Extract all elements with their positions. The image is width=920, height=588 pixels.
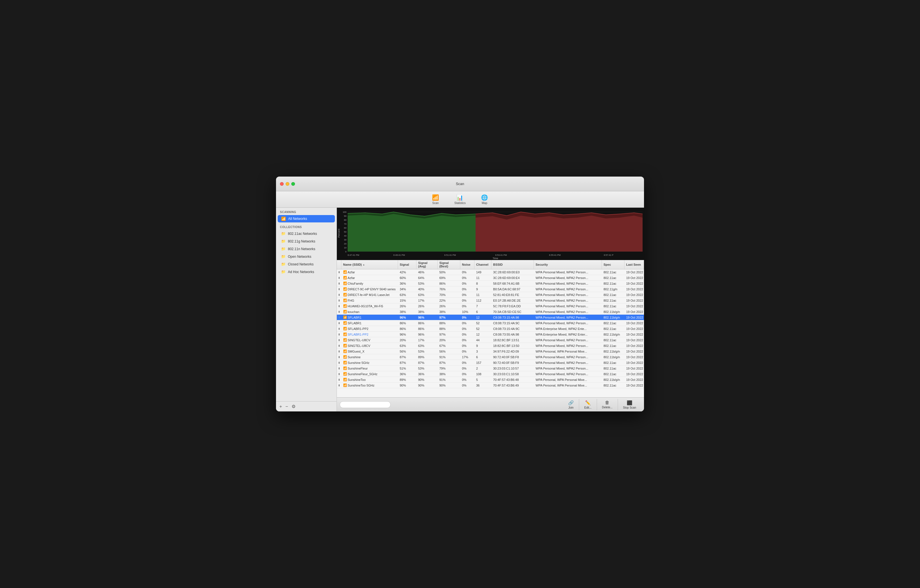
close-button[interactable] [280, 182, 283, 186]
channel-cell: 9 [475, 343, 491, 348]
join-icon: 🔗 [568, 400, 574, 405]
dot-cell [337, 320, 342, 326]
maximize-button[interactable] [291, 182, 295, 186]
join-button[interactable]: 🔗 Join [563, 399, 579, 410]
signal-cell: 87% [398, 360, 416, 365]
table-row[interactable]: 📶kouchan38%38%38%10%670:3A:CB:5D:CE:5CWP… [337, 309, 644, 315]
col-channel[interactable]: Channel [475, 260, 491, 269]
signal-cell: 51% [398, 365, 416, 371]
sidebar-item-802ac[interactable]: 📁 802.11ac Networks [278, 230, 335, 237]
table-row[interactable]: 📶SFLABR186%86%88%0%52C8:08:73:15:4A:9CWP… [337, 320, 644, 326]
signal_avg-cell: 63% [416, 292, 437, 297]
security-cell: WPA Personal, WPA Personal Mixe... [534, 349, 602, 354]
collections-section-label: COLLECTIONS [276, 223, 337, 230]
table-row[interactable]: 📶Sunshine 5GHz87%87%87%0%15790:72:40:0F:… [337, 360, 644, 365]
sidebar-item-802n[interactable]: 📁 802.11n Networks [278, 246, 335, 252]
sort-icon: ▲ [363, 263, 365, 266]
col-noise[interactable]: Noise [460, 260, 475, 269]
table-body: 📶Azfar42%46%50%0%1493C:28:6D:69:00:E0WPA… [337, 270, 644, 388]
table-row[interactable]: 📶SFLABR1-PP286%86%88%0%52C8:08:73:15:4A:… [337, 326, 644, 332]
table-row[interactable]: 📶SINGTEL-U8CV20%17%20%0%4418:82:8C:BF:13… [337, 337, 644, 343]
noise-cell: 0% [460, 275, 475, 280]
noise-cell: 0% [460, 371, 475, 376]
dot-cell [337, 326, 342, 331]
col-signal[interactable]: Signal [398, 260, 416, 269]
table-row[interactable]: 📶SFLABR196%96%97%0%12C8:08:73:15:4A:98WP… [337, 315, 644, 320]
toolbar-map[interactable]: 🌐 Map [478, 193, 491, 206]
signal_avg-cell: 86% [416, 320, 437, 326]
settings-button[interactable]: ⚙ [292, 404, 296, 409]
table-row[interactable]: 📶DIRECT-9C-HP ENVY 5640 series34%40%76%0… [337, 286, 644, 292]
delete-sidebar-button[interactable]: − [285, 404, 288, 409]
scanning-section-label: SCANNING [276, 208, 337, 215]
minimize-button[interactable] [286, 182, 289, 186]
signal_best-cell: 70% [437, 292, 460, 297]
signal_avg-cell: 17% [416, 337, 437, 342]
bssid-cell: C8:08:73:55:4A:98 [491, 332, 534, 337]
add-button[interactable]: + [279, 404, 282, 409]
sidebar-item-802g[interactable]: 📁 802.11g Networks [278, 238, 335, 245]
svg-text:6:49:41 PM: 6:49:41 PM [394, 254, 405, 256]
col-last-seen[interactable]: Last Seen [624, 260, 644, 269]
spec-cell: 802.11ac [602, 298, 624, 303]
sidebar-item-open-networks[interactable]: 📁 Open Networks [278, 253, 335, 260]
channel-cell: 44 [475, 337, 491, 342]
col-bssid[interactable]: BSSID [491, 260, 534, 269]
table-row[interactable]: 📶ChiuFamily36%53%86%0%858:EF:68:74:A1:6B… [337, 281, 644, 286]
name-cell: 📶SFLABR1 [342, 315, 398, 320]
toolbar-statistics[interactable]: 📊 Statistics [451, 193, 469, 206]
table-row[interactable]: 📶Azfar60%64%69%0%113C:28:6D:69:00:E4WPA … [337, 275, 644, 281]
table-row[interactable]: 📶HUAWEI-0G10TA_Wi-Fi526%26%26%0%75C:78:F… [337, 303, 644, 309]
sidebar-item-closed-networks[interactable]: 📁 Closed Networks [278, 261, 335, 268]
spec-cell: 802.11b/g/n [602, 315, 624, 320]
status-dot [339, 288, 340, 290]
dot-cell [337, 303, 342, 309]
table-row[interactable]: 📶Azfar42%46%50%0%1493C:28:6D:69:00:E0WPA… [337, 270, 644, 275]
col-name[interactable]: Name (SSID) ▲ [342, 260, 398, 269]
table-row[interactable]: 📶SunshineToo 5GHz90%90%90%0%3670:4F:57:4… [337, 383, 644, 388]
col-security[interactable]: Security [534, 260, 602, 269]
wifi-signal-icon: 📶 [343, 293, 347, 297]
col-signal-best[interactable]: Signal (Best) [437, 260, 460, 269]
last_seen-cell: 19 Oct 2022 at 6:57:41 PM [624, 377, 644, 382]
table-row[interactable]: 📶FHG15%17%22%0%112E0:1F:2B:A8:DE:2EWPA P… [337, 298, 644, 303]
signal-cell: 86% [398, 326, 416, 331]
search-input[interactable] [340, 401, 390, 408]
all-networks-label: All Networks [288, 217, 307, 221]
edit-button[interactable]: ✏️ Edit... [579, 399, 597, 410]
table-row[interactable]: 📶Sunshine87%89%91%17%690:72:40:0F:5B:F8W… [337, 354, 644, 360]
signal_best-cell: 86% [437, 281, 460, 286]
delete-button[interactable]: 🗑 Delete... [597, 399, 618, 410]
signal_avg-cell: 86% [416, 326, 437, 331]
table-row[interactable]: 📶SunshineToo89%90%91%0%570:4F:57:43:B6:4… [337, 377, 644, 383]
wifi-signal-icon: 📶 [343, 315, 347, 319]
bottom-bar: 🔍 🔗 Join ✏️ Edit... 🗑 Delete... [337, 397, 644, 412]
name-cell: 📶SunshineFleur_5GHz [342, 371, 398, 376]
table-row[interactable]: 📶DIRECT-fe-HP M141 LaserJet63%63%70%0%11… [337, 292, 644, 298]
security-cell: WPA Personal Mixed, WPA2 Person... [534, 286, 602, 292]
channel-cell: 7 [475, 303, 491, 309]
table-row[interactable]: 📶SunshineFleur51%53%79%0%230:23:03:C1:10… [337, 365, 644, 371]
statistics-icon: 📊 [456, 194, 463, 201]
scan-icon: 📶 [432, 194, 439, 201]
sidebar-item-adhoc-networks[interactable]: 📁 Ad Hoc Networks [278, 268, 335, 275]
table-row[interactable]: 📶SunshineFleur_5GHz36%36%38%0%10830:23:0… [337, 371, 644, 377]
folder-icon-open: 📁 [281, 254, 286, 258]
spec-cell: 802.11ac [602, 275, 624, 280]
col-signal-avg[interactable]: Signal (Avg) [416, 260, 437, 269]
folder-icon-adhoc: 📁 [281, 270, 286, 274]
sidebar-item-all-networks[interactable]: 📶 All Networks [278, 215, 335, 223]
noise-cell: 0% [460, 315, 475, 320]
table-row[interactable]: 📶SINGTEL-U8CV63%63%67%0%918:82:8C:BF:13:… [337, 343, 644, 349]
table-row[interactable]: 📶SFLABR1-PP296%96%97%0%12C8:08:73:55:4A:… [337, 332, 644, 337]
col-spec[interactable]: Spec [602, 260, 624, 269]
signal_avg-cell: 36% [416, 371, 437, 376]
wifi-signal-icon: 📶 [343, 378, 347, 381]
wifi-signal-icon: 📶 [343, 276, 347, 279]
stop-scan-button[interactable]: ⬛ Stop Scan [618, 399, 641, 410]
toolbar-scan[interactable]: 📶 Scan [429, 193, 442, 206]
table-row[interactable]: 📶SMGuest_X56%53%56%0%334:97:F6:22:4D:09W… [337, 349, 644, 354]
noise-cell: 0% [460, 377, 475, 382]
channel-cell: 6 [475, 309, 491, 314]
folder-icon-closed: 📁 [281, 262, 286, 266]
